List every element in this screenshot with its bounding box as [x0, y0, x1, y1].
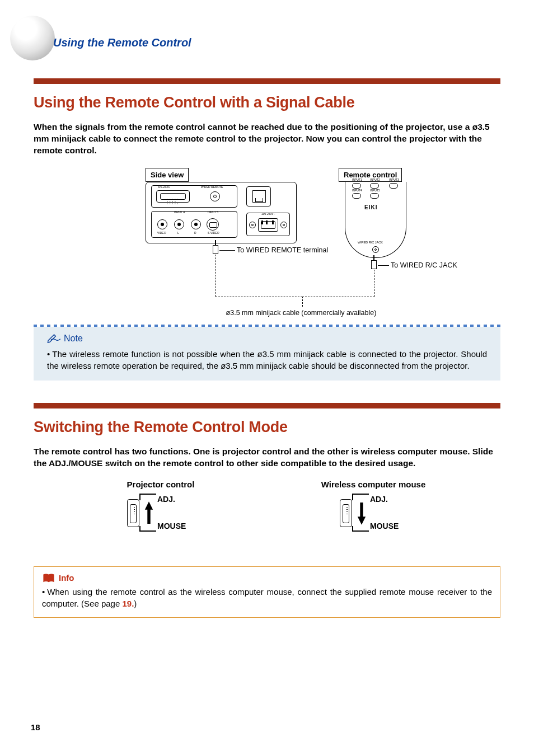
wireless-mouse-heading: Wireless computer mouse	[301, 480, 446, 489]
info-body-prefix: When using the remote control as the wir…	[42, 587, 492, 608]
note-body-text: The wireless remote function is not poss…	[47, 349, 487, 370]
arrow-down-icon	[357, 500, 367, 526]
info-box: Info • When using the remote control as …	[34, 566, 500, 618]
input3-button-icon	[389, 183, 398, 189]
cable-line	[374, 270, 374, 297]
note-body: •The wireless remote function is not pos…	[47, 348, 487, 372]
projector-control-column: Projector control ADJ. MOUSE	[88, 480, 233, 538]
minijack-plug-right-icon	[371, 260, 377, 269]
adj-label: ADJ.	[370, 495, 388, 504]
side-view-label: Side view	[146, 168, 189, 182]
section-title: Switching the Remote Control Mode	[34, 419, 500, 436]
rs232c-port-icon: ● ● ● ● ●● ● ● ●● ● ● ● ●	[156, 190, 190, 203]
corner-orb	[10, 16, 55, 60]
info-title: Info	[59, 573, 74, 583]
info-body-suffix: )	[134, 599, 137, 608]
mouse-label: MOUSE	[370, 522, 399, 530]
svideo-label: S-VIDEO	[208, 231, 219, 234]
audio-r-label: R	[194, 231, 196, 234]
arrow-up-icon	[144, 500, 154, 526]
section-intro: When the signals from the remote control…	[34, 121, 500, 157]
cable-line	[216, 297, 302, 297]
wired-rc-jack-icon	[372, 246, 379, 253]
leader-line	[378, 265, 389, 266]
info-book-icon	[42, 572, 55, 584]
input5-label-remote: INPUT5	[370, 189, 380, 192]
bracket-line	[352, 530, 369, 532]
terminal-caption: To WIRED REMOTE terminal	[237, 246, 328, 254]
separator-bar	[34, 78, 500, 84]
input2-label: INPUT2	[370, 178, 380, 181]
remote-control-diagram: INPUT1 INPUT2 INPUT3 INPUT4 INPUT5 EIKI …	[345, 182, 406, 258]
input4-label-remote: INPUT4	[352, 189, 362, 192]
section-intro: The remote control has two functions. On…	[34, 446, 500, 469]
page-reference-link[interactable]: 19	[122, 599, 132, 608]
input2-button-icon	[370, 183, 379, 189]
switch-down-diagram: ADJ. MOUSE	[340, 497, 407, 538]
jack-caption: To WIRED R/C JACK	[391, 261, 457, 269]
cable-line	[216, 255, 216, 297]
wired-rc-jack-label: WIRED R/C JACK	[358, 241, 383, 244]
mouse-label: MOUSE	[157, 522, 186, 530]
ac-voltage-label: 100-240V~	[261, 212, 275, 215]
input5-label: INPUT 5	[208, 210, 218, 214]
note-box: Note •The wireless remote function is no…	[34, 325, 500, 381]
switch-up-diagram: ADJ. MOUSE	[127, 497, 194, 538]
svideo-port-icon	[207, 218, 219, 231]
note-pencil-icon	[47, 332, 63, 345]
input4-button-icon	[352, 193, 361, 199]
wireless-mouse-column: Wireless computer mouse ADJ. MOUSE	[301, 480, 446, 538]
section-switching-mode: Switching the Remote Control Mode The re…	[34, 403, 500, 618]
bracket-line	[139, 494, 156, 495]
rs232c-label: RS-232C	[158, 185, 170, 189]
manual-page: Using the Remote Control Using the Remot…	[0, 0, 534, 756]
cable-line	[302, 297, 303, 307]
input1-label: INPUT1	[352, 178, 362, 181]
section-title: Using the Remote Control with a Signal C…	[34, 94, 500, 111]
ac-inlet-icon: 100-240V~	[246, 213, 290, 236]
input1-button-icon	[352, 183, 361, 189]
minijack-plug-left-icon	[213, 245, 218, 254]
projector-side-view: RS-232C WIRED REMOTE ● ● ● ● ●● ● ● ●● ●…	[146, 182, 297, 243]
adj-label: ADJ.	[157, 495, 175, 504]
separator-bar	[34, 403, 500, 408]
bracket-line	[139, 530, 156, 532]
figure-connection-diagram: Side view Remote control RS-232C WIRED R…	[34, 168, 500, 325]
audio-r-rca-icon	[191, 219, 201, 229]
audio-l-label: L	[177, 231, 179, 234]
input3-label: INPUT3	[389, 178, 399, 181]
brand-label: EIKI	[364, 204, 377, 210]
note-title: Note	[64, 334, 83, 344]
section-signal-cable: Using the Remote Control with a Signal C…	[34, 78, 500, 381]
info-body: • When using the remote control as the w…	[42, 586, 492, 609]
page-number: 18	[31, 722, 40, 732]
cable-line	[302, 297, 374, 297]
input5-button-icon	[370, 193, 379, 199]
cable-caption: ø3.5 mm minijack cable (commercially ava…	[217, 309, 385, 317]
topic-heading: Using the Remote Control	[53, 36, 191, 49]
mode-switch-figure: Projector control ADJ. MOUSE Wireless co…	[34, 480, 500, 538]
projector-control-heading: Projector control	[88, 480, 233, 489]
wired-remote-jack-icon	[210, 191, 220, 201]
lan-port-icon	[246, 186, 271, 206]
audio-l-rca-icon	[174, 219, 184, 229]
wired-remote-label: WIRED REMOTE	[201, 185, 223, 189]
video-label: VIDEO	[157, 231, 166, 234]
bracket-line	[352, 494, 369, 495]
video-rca-icon	[157, 219, 167, 229]
input4-label: INPUT 4	[174, 210, 185, 214]
leader-line	[219, 250, 235, 251]
